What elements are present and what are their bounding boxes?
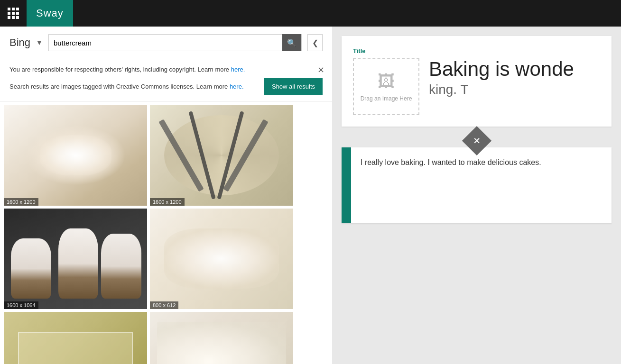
image-size-2: 1600 x 1200 bbox=[150, 198, 185, 206]
image-thumb-3[interactable]: 1600 x 1064 bbox=[4, 209, 147, 309]
notice-link-1[interactable]: here. bbox=[231, 66, 245, 73]
image-row-2: 1600 x 1064 800 x 612 bbox=[4, 209, 328, 309]
search-header: Bing ▼ 🔍 ❮ bbox=[0, 27, 332, 59]
provider-label: Bing bbox=[9, 36, 30, 49]
search-button[interactable]: 🔍 bbox=[282, 34, 301, 51]
image-thumb-2[interactable]: 1600 x 1200 bbox=[150, 105, 293, 206]
title-label: Title bbox=[353, 47, 600, 55]
app-title-area: Sway bbox=[27, 0, 73, 27]
notice-area: ✕ You are responsible for respecting oth… bbox=[0, 59, 332, 101]
search-input[interactable] bbox=[49, 35, 282, 51]
sway-title-text: Baking is wonde bbox=[429, 58, 574, 80]
provider-dropdown[interactable]: ▼ bbox=[34, 38, 45, 47]
collapse-button[interactable]: ❮ bbox=[307, 34, 323, 51]
image-thumb-4[interactable]: 800 x 612 bbox=[150, 209, 293, 309]
app-title: Sway bbox=[36, 7, 64, 19]
top-bar: Sway bbox=[0, 0, 621, 27]
add-content-button[interactable]: + bbox=[462, 126, 491, 155]
body-text: I really love baking. I wanted to make d… bbox=[351, 147, 551, 223]
close-icon: ✕ bbox=[317, 65, 324, 75]
image-row-3 bbox=[4, 312, 328, 364]
main-layout: Bing ▼ 🔍 ❮ ✕ You are responsible for res bbox=[0, 27, 621, 364]
notice-text-1: You are responsible for respecting other… bbox=[9, 65, 323, 74]
image-thumb-6[interactable] bbox=[150, 312, 293, 364]
image-thumb-1[interactable]: 1600 x 1200 bbox=[4, 105, 147, 206]
search-icon: 🔍 bbox=[287, 38, 297, 47]
show-all-results-button[interactable]: Show all results bbox=[264, 78, 323, 95]
notice-close-button[interactable]: ✕ bbox=[317, 65, 324, 75]
title-section: 🖼 Drag an Image Here Baking is wonde kin… bbox=[353, 58, 600, 115]
image-row-1: 1600 x 1200 1600 x 1200 bbox=[4, 105, 328, 206]
title-text-area: Baking is wonde king. T bbox=[429, 58, 574, 97]
drag-image-label: Drag an Image Here bbox=[361, 95, 412, 102]
image-size-4: 800 x 612 bbox=[150, 301, 178, 309]
app-grid-button[interactable] bbox=[0, 0, 27, 27]
image-thumb-5[interactable] bbox=[4, 312, 147, 364]
image-size-3: 1600 x 1064 bbox=[4, 301, 38, 309]
grid-icon bbox=[8, 8, 19, 19]
sway-content: Title 🖼 Drag an Image Here Baking is won… bbox=[332, 27, 621, 364]
notice-row-2: Search results are images tagged with Cr… bbox=[9, 78, 323, 95]
sway-body-card: I really love baking. I wanted to make d… bbox=[342, 147, 612, 223]
collapse-icon: ❮ bbox=[312, 38, 318, 47]
image-size-1: 1600 x 1200 bbox=[4, 198, 38, 206]
notice-text-2: Search results are images tagged with Cr… bbox=[9, 83, 257, 90]
image-grid: 1600 x 1200 1600 x 1200 bbox=[0, 101, 332, 364]
sway-title-card: Title 🖼 Drag an Image Here Baking is won… bbox=[342, 36, 612, 127]
search-row: Bing ▼ 🔍 ❮ bbox=[9, 34, 323, 51]
add-content-area: + bbox=[342, 130, 612, 151]
search-box: 🔍 bbox=[48, 34, 302, 51]
left-panel: Bing ▼ 🔍 ❮ ✕ You are responsible for res bbox=[0, 27, 332, 364]
sway-subtitle-partial: king. T bbox=[429, 82, 574, 97]
card-accent-bar bbox=[342, 147, 351, 223]
add-icon: + bbox=[468, 133, 484, 149]
notice-link-2[interactable]: here. bbox=[230, 83, 244, 90]
right-panel: Title 🖼 Drag an Image Here Baking is won… bbox=[332, 27, 621, 364]
drag-image-box[interactable]: 🖼 Drag an Image Here bbox=[353, 58, 419, 115]
image-placeholder-icon: 🖼 bbox=[378, 72, 395, 91]
